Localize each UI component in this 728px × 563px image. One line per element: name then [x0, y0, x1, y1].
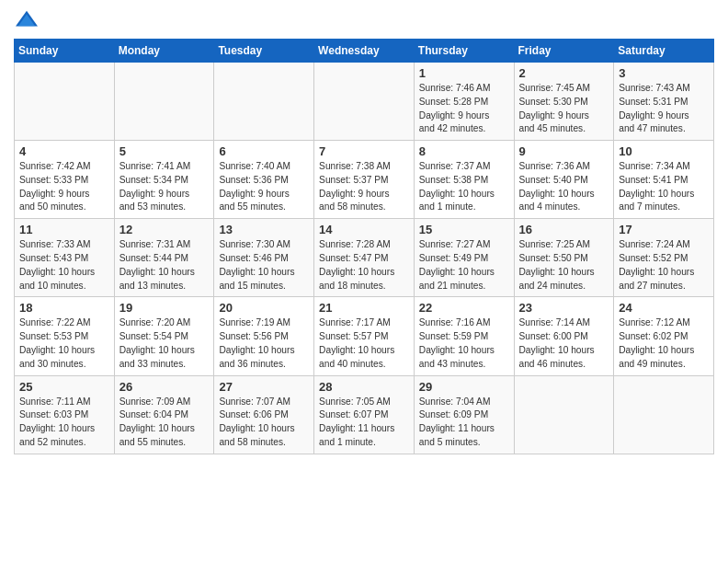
week-row-2: 11Sunrise: 7:33 AM Sunset: 5:43 PM Dayli… — [15, 219, 714, 297]
cell-info: Sunrise: 7:14 AM Sunset: 6:00 PM Dayligh… — [519, 316, 609, 371]
calendar-header: SundayMondayTuesdayWednesdayThursdayFrid… — [15, 40, 714, 63]
calendar-table: SundayMondayTuesdayWednesdayThursdayFrid… — [14, 39, 714, 454]
cell-info: Sunrise: 7:22 AM Sunset: 5:53 PM Dayligh… — [19, 316, 109, 371]
day-number: 6 — [219, 144, 309, 158]
calendar-cell: 22Sunrise: 7:16 AM Sunset: 5:59 PM Dayli… — [414, 297, 514, 375]
cell-info: Sunrise: 7:40 AM Sunset: 5:36 PM Dayligh… — [219, 160, 309, 214]
logo-icon — [14, 9, 40, 31]
day-number: 5 — [119, 144, 210, 158]
cell-info: Sunrise: 7:31 AM Sunset: 5:44 PM Dayligh… — [119, 238, 210, 293]
week-row-4: 25Sunrise: 7:11 AM Sunset: 6:03 PM Dayli… — [15, 375, 714, 454]
calendar-cell: 2Sunrise: 7:45 AM Sunset: 5:30 PM Daylig… — [514, 63, 614, 141]
cell-info: Sunrise: 7:36 AM Sunset: 5:40 PM Dayligh… — [519, 160, 609, 214]
header-sunday: Sunday — [15, 40, 115, 63]
day-number: 2 — [519, 66, 609, 80]
day-number: 14 — [319, 223, 409, 236]
calendar-cell: 9Sunrise: 7:36 AM Sunset: 5:40 PM Daylig… — [514, 141, 614, 219]
calendar-cell: 11Sunrise: 7:33 AM Sunset: 5:43 PM Dayli… — [15, 219, 115, 297]
calendar-cell — [214, 63, 314, 141]
header-wednesday: Wednesday — [314, 40, 415, 63]
day-number: 4 — [19, 144, 109, 158]
cell-info: Sunrise: 7:45 AM Sunset: 5:30 PM Dayligh… — [519, 82, 609, 136]
calendar-cell: 24Sunrise: 7:12 AM Sunset: 6:02 PM Dayli… — [614, 297, 714, 375]
calendar-cell — [114, 63, 214, 141]
day-number: 11 — [19, 223, 109, 236]
calendar-cell: 20Sunrise: 7:19 AM Sunset: 5:56 PM Dayli… — [214, 297, 314, 375]
calendar-body: 1Sunrise: 7:46 AM Sunset: 5:28 PM Daylig… — [15, 63, 714, 454]
calendar-cell: 4Sunrise: 7:42 AM Sunset: 5:33 PM Daylig… — [15, 141, 115, 219]
day-number: 21 — [319, 301, 409, 315]
calendar-cell: 19Sunrise: 7:20 AM Sunset: 5:54 PM Dayli… — [114, 297, 214, 375]
cell-info: Sunrise: 7:46 AM Sunset: 5:28 PM Dayligh… — [419, 82, 509, 136]
day-number: 10 — [619, 144, 709, 158]
calendar-cell: 27Sunrise: 7:07 AM Sunset: 6:06 PM Dayli… — [214, 375, 314, 454]
cell-info: Sunrise: 7:30 AM Sunset: 5:46 PM Dayligh… — [219, 238, 309, 293]
day-number: 1 — [419, 66, 509, 80]
calendar-cell: 23Sunrise: 7:14 AM Sunset: 6:00 PM Dayli… — [514, 297, 614, 375]
logo — [14, 9, 43, 31]
calendar-cell: 14Sunrise: 7:28 AM Sunset: 5:47 PM Dayli… — [314, 219, 415, 297]
day-number: 24 — [619, 301, 709, 315]
day-number: 27 — [219, 380, 309, 394]
calendar-cell: 10Sunrise: 7:34 AM Sunset: 5:41 PM Dayli… — [614, 141, 714, 219]
header-tuesday: Tuesday — [214, 40, 314, 63]
cell-info: Sunrise: 7:43 AM Sunset: 5:31 PM Dayligh… — [619, 82, 709, 136]
cell-info: Sunrise: 7:04 AM Sunset: 6:09 PM Dayligh… — [419, 396, 509, 450]
header-thursday: Thursday — [414, 40, 514, 63]
day-number: 18 — [19, 301, 109, 315]
calendar-cell: 26Sunrise: 7:09 AM Sunset: 6:04 PM Dayli… — [114, 375, 214, 454]
calendar-cell: 8Sunrise: 7:37 AM Sunset: 5:38 PM Daylig… — [414, 141, 514, 219]
cell-info: Sunrise: 7:42 AM Sunset: 5:33 PM Dayligh… — [19, 160, 109, 214]
day-number: 25 — [19, 380, 109, 394]
day-number: 26 — [119, 380, 210, 394]
cell-info: Sunrise: 7:37 AM Sunset: 5:38 PM Dayligh… — [419, 160, 509, 214]
cell-info: Sunrise: 7:12 AM Sunset: 6:02 PM Dayligh… — [619, 316, 709, 371]
cell-info: Sunrise: 7:09 AM Sunset: 6:04 PM Dayligh… — [119, 396, 210, 450]
calendar-cell: 3Sunrise: 7:43 AM Sunset: 5:31 PM Daylig… — [614, 63, 714, 141]
calendar-cell: 29Sunrise: 7:04 AM Sunset: 6:09 PM Dayli… — [414, 375, 514, 454]
page-header — [14, 9, 714, 31]
day-number: 12 — [119, 223, 210, 236]
day-number: 3 — [619, 66, 709, 80]
day-number: 28 — [319, 380, 409, 394]
cell-info: Sunrise: 7:07 AM Sunset: 6:06 PM Dayligh… — [219, 396, 309, 450]
calendar-cell: 15Sunrise: 7:27 AM Sunset: 5:49 PM Dayli… — [414, 219, 514, 297]
cell-info: Sunrise: 7:38 AM Sunset: 5:37 PM Dayligh… — [319, 160, 409, 214]
day-number: 22 — [419, 301, 509, 315]
cell-info: Sunrise: 7:27 AM Sunset: 5:49 PM Dayligh… — [419, 238, 509, 293]
calendar-cell: 16Sunrise: 7:25 AM Sunset: 5:50 PM Dayli… — [514, 219, 614, 297]
calendar-cell: 5Sunrise: 7:41 AM Sunset: 5:34 PM Daylig… — [114, 141, 214, 219]
week-row-3: 18Sunrise: 7:22 AM Sunset: 5:53 PM Dayli… — [15, 297, 714, 375]
header-monday: Monday — [114, 40, 214, 63]
day-number: 17 — [619, 223, 709, 236]
day-number: 20 — [219, 301, 309, 315]
header-saturday: Saturday — [614, 40, 714, 63]
calendar-cell — [314, 63, 415, 141]
header-row: SundayMondayTuesdayWednesdayThursdayFrid… — [15, 40, 714, 63]
calendar-cell: 1Sunrise: 7:46 AM Sunset: 5:28 PM Daylig… — [414, 63, 514, 141]
day-number: 13 — [219, 223, 309, 236]
day-number: 16 — [519, 223, 609, 236]
cell-info: Sunrise: 7:24 AM Sunset: 5:52 PM Dayligh… — [619, 238, 709, 293]
calendar-cell: 6Sunrise: 7:40 AM Sunset: 5:36 PM Daylig… — [214, 141, 314, 219]
calendar-cell — [514, 375, 614, 454]
cell-info: Sunrise: 7:33 AM Sunset: 5:43 PM Dayligh… — [19, 238, 109, 293]
week-row-1: 4Sunrise: 7:42 AM Sunset: 5:33 PM Daylig… — [15, 141, 714, 219]
cell-info: Sunrise: 7:05 AM Sunset: 6:07 PM Dayligh… — [319, 396, 409, 450]
day-number: 7 — [319, 144, 409, 158]
calendar-cell: 18Sunrise: 7:22 AM Sunset: 5:53 PM Dayli… — [15, 297, 115, 375]
day-number: 15 — [419, 223, 509, 236]
cell-info: Sunrise: 7:11 AM Sunset: 6:03 PM Dayligh… — [19, 396, 109, 450]
cell-info: Sunrise: 7:25 AM Sunset: 5:50 PM Dayligh… — [519, 238, 609, 293]
calendar-cell: 21Sunrise: 7:17 AM Sunset: 5:57 PM Dayli… — [314, 297, 415, 375]
cell-info: Sunrise: 7:20 AM Sunset: 5:54 PM Dayligh… — [119, 316, 210, 371]
calendar-cell: 7Sunrise: 7:38 AM Sunset: 5:37 PM Daylig… — [314, 141, 415, 219]
day-number: 8 — [419, 144, 509, 158]
cell-info: Sunrise: 7:17 AM Sunset: 5:57 PM Dayligh… — [319, 316, 409, 371]
header-friday: Friday — [514, 40, 614, 63]
calendar-cell: 25Sunrise: 7:11 AM Sunset: 6:03 PM Dayli… — [15, 375, 115, 454]
cell-info: Sunrise: 7:41 AM Sunset: 5:34 PM Dayligh… — [119, 160, 210, 214]
calendar-cell: 28Sunrise: 7:05 AM Sunset: 6:07 PM Dayli… — [314, 375, 415, 454]
cell-info: Sunrise: 7:16 AM Sunset: 5:59 PM Dayligh… — [419, 316, 509, 371]
day-number: 9 — [519, 144, 609, 158]
